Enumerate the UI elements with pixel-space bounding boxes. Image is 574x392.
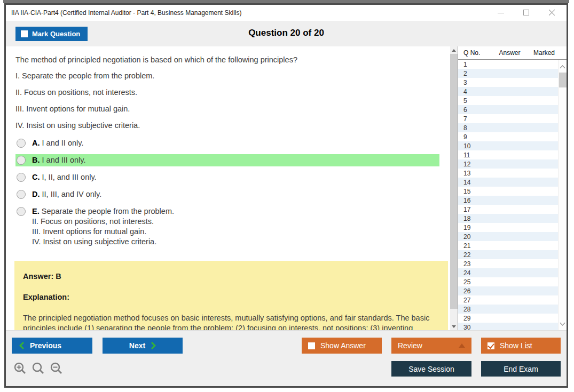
question-list-rows: 1234567891011121314151617181920212223242…: [458, 60, 558, 330]
explanation-text: The principled negotiation method focuse…: [23, 313, 439, 330]
save-session-button[interactable]: Save Session: [391, 361, 471, 377]
question-list-row-17[interactable]: 17: [458, 205, 558, 214]
title-bar: IIA IIA-CIA-Part4 (Certified Internal Au…: [6, 5, 567, 21]
question-list-row-4[interactable]: 4: [458, 87, 558, 96]
column-header-qno: Q No.: [458, 49, 486, 57]
review-label: Review: [398, 341, 422, 350]
question-list-row-13[interactable]: 13: [458, 169, 558, 178]
list-scrollbar-thumb[interactable]: [559, 73, 567, 87]
show-list-button[interactable]: Show List: [481, 338, 561, 354]
question-list-row-10[interactable]: 10: [458, 141, 558, 150]
answer-option-d[interactable]: D. II, III, and IV only.: [15, 188, 439, 201]
next-label: Next: [129, 341, 145, 350]
question-list-row-26[interactable]: 26: [458, 286, 558, 295]
question-statement: III. Invent options for mutual gain.: [15, 104, 439, 114]
question-counter: Question 20 of 20: [6, 28, 567, 38]
show-list-label: Show List: [500, 341, 532, 350]
question-list-row-30[interactable]: 30: [458, 323, 558, 330]
option-text: C. I, II, and III only.: [32, 172, 97, 182]
question-list-row-25[interactable]: 25: [458, 277, 558, 286]
question-list-row-5[interactable]: 5: [458, 96, 558, 105]
zoom-out-icon[interactable]: [50, 362, 63, 375]
question-list-row-28[interactable]: 28: [458, 305, 558, 314]
close-icon[interactable]: [548, 9, 556, 17]
radio-button[interactable]: [17, 190, 26, 199]
list-scroll-down-icon[interactable]: [560, 321, 565, 326]
scroll-up-icon[interactable]: [450, 46, 458, 54]
question-list-row-27[interactable]: 27: [458, 295, 558, 305]
question-stem: The method of principled negotiation is …: [15, 55, 439, 65]
radio-button[interactable]: [17, 173, 26, 182]
end-exam-button[interactable]: End Exam: [481, 361, 561, 377]
triangle-up-icon: [459, 343, 465, 348]
question-list-row-8[interactable]: 8: [458, 123, 558, 132]
show-answer-label: Show Answer: [320, 341, 366, 350]
question-list-row-24[interactable]: 24: [458, 268, 558, 277]
question-list-row-14[interactable]: 14: [458, 178, 558, 187]
question-list-row-29[interactable]: 29: [458, 314, 558, 323]
show-list-checkbox[interactable]: [487, 342, 494, 349]
option-text: E. Separate the people from the problem.…: [32, 206, 174, 247]
question-area: The method of principled negotiation is …: [6, 46, 450, 330]
chevron-left-icon: [19, 341, 25, 350]
scroll-down-icon[interactable]: [450, 323, 458, 330]
radio-button[interactable]: [17, 156, 26, 165]
answer-option-a[interactable]: A. I and II only.: [15, 137, 439, 149]
window-controls: [497, 9, 567, 17]
answer-label: Answer: B: [23, 271, 439, 282]
question-statement: I. Separate the people from the problem.: [15, 71, 439, 81]
zoom-controls: [13, 362, 63, 375]
app-window: IIA IIA-CIA-Part4 (Certified Internal Au…: [4, 3, 568, 388]
question-statement: II. Focus on positions, not interests.: [15, 87, 439, 98]
question-list-row-15[interactable]: 15: [458, 187, 558, 196]
answer-options: A. I and II only.B. I and III only.C. I,…: [15, 137, 439, 248]
question-list-row-22[interactable]: 22: [458, 250, 558, 259]
question-list-row-3[interactable]: 3: [458, 78, 558, 87]
question-scrollbar-thumb[interactable]: [450, 54, 458, 309]
show-answer-button[interactable]: Show Answer: [302, 338, 382, 354]
radio-button[interactable]: [17, 207, 26, 216]
question-statements: I. Separate the people from the problem.…: [15, 71, 439, 131]
option-text: A. I and II only.: [32, 138, 83, 148]
question-list-row-1[interactable]: 1: [458, 60, 558, 69]
question-list-row-2[interactable]: 2: [458, 69, 558, 78]
minimize-icon[interactable]: [497, 9, 505, 17]
question-list-row-9[interactable]: 9: [458, 132, 558, 141]
magnifier-icon[interactable]: [32, 362, 45, 375]
chevron-right-icon: [151, 341, 156, 350]
question-list-row-6[interactable]: 6: [458, 105, 558, 114]
option-text: B. I and III only.: [32, 155, 85, 165]
answer-option-c[interactable]: C. I, II, and III only.: [15, 171, 439, 183]
zoom-in-icon[interactable]: [13, 362, 27, 375]
maximize-icon[interactable]: [523, 9, 530, 17]
column-header-marked: Marked: [533, 49, 567, 57]
question-list-panel: Q No. Answer Marked 12345678910111213141…: [458, 46, 567, 330]
question-list-row-20[interactable]: 20: [458, 232, 558, 241]
question-list-row-21[interactable]: 21: [458, 241, 558, 250]
question-list-row-11[interactable]: 11: [458, 150, 558, 159]
question-list-row-12[interactable]: 12: [458, 159, 558, 169]
question-list-row-19[interactable]: 19: [458, 223, 558, 232]
column-header-answer: Answer: [486, 49, 533, 57]
question-scrollbar[interactable]: [450, 46, 458, 330]
previous-label: Previous: [30, 341, 61, 350]
answer-option-b[interactable]: B. I and III only.: [15, 154, 439, 166]
option-text: D. II, III, and IV only.: [32, 189, 101, 199]
next-button[interactable]: Next: [103, 338, 183, 354]
previous-button[interactable]: Previous: [12, 338, 92, 354]
review-button[interactable]: Review: [391, 338, 471, 354]
question-list-scrollbar[interactable]: [558, 60, 567, 330]
explanation-label: Explanation:: [23, 292, 439, 302]
question-list-row-18[interactable]: 18: [458, 214, 558, 223]
show-answer-checkbox[interactable]: [308, 342, 315, 349]
question-list-row-16[interactable]: 16: [458, 196, 558, 205]
save-session-label: Save Session: [408, 365, 454, 373]
question-statement: IV. Insist on using subjective criteria.: [15, 121, 439, 131]
answer-explanation-box: Answer: B Explanation: The principled ne…: [14, 261, 448, 330]
question-list-row-7[interactable]: 7: [458, 114, 558, 123]
radio-button[interactable]: [17, 139, 26, 148]
window-title: IIA IIA-CIA-Part4 (Certified Internal Au…: [11, 9, 242, 17]
list-scroll-up-icon[interactable]: [560, 66, 565, 71]
question-list-row-23[interactable]: 23: [458, 259, 558, 268]
answer-option-e[interactable]: E. Separate the people from the problem.…: [15, 205, 439, 248]
